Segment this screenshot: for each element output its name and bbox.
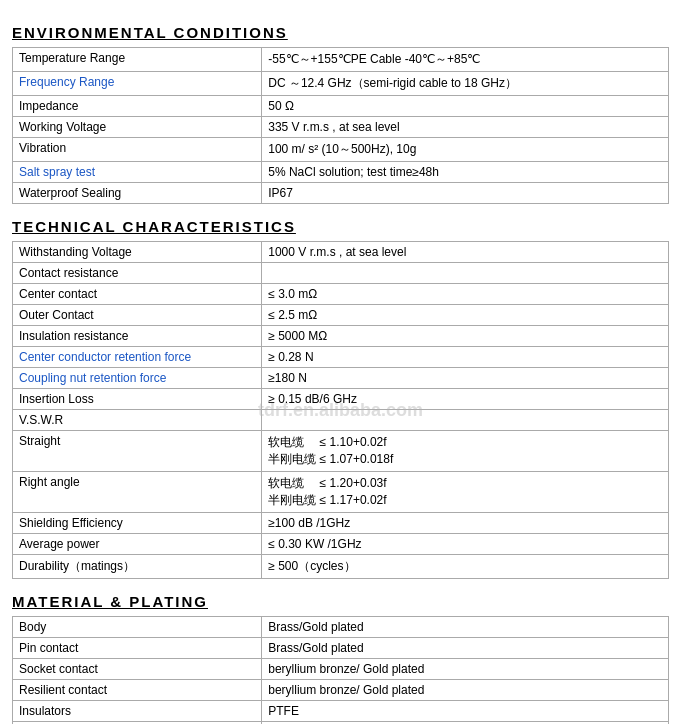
material-table: BodyBrass/Gold platedPin contactBrass/Go…	[12, 616, 669, 724]
row-label: Waterproof Sealing	[13, 183, 262, 204]
table-row: Frequency RangeDC ～12.4 GHz（semi-rigid c…	[13, 72, 669, 96]
row-label: Straight	[13, 431, 262, 472]
table-row: Resilient contactberyllium bronze/ Gold …	[13, 680, 669, 701]
tech-table: Withstanding Voltage1000 V r.m.s , at se…	[12, 241, 669, 579]
row-value: 5% NaCl solution; test time≥48h	[262, 162, 669, 183]
row-value: PTFE	[262, 701, 669, 722]
row-value: 1000 V r.m.s , at sea level	[262, 242, 669, 263]
row-label: Impedance	[13, 96, 262, 117]
row-value: 335 V r.m.s , at sea level	[262, 117, 669, 138]
row-value: ≥100 dB /1GHz	[262, 513, 669, 534]
row-label: Socket contact	[13, 659, 262, 680]
row-label: Contact resistance	[13, 263, 262, 284]
table-row: BodyBrass/Gold plated	[13, 617, 669, 638]
row-value: 100 m/ s² (10～500Hz), 10g	[262, 138, 669, 162]
env-table: Temperature Range-55℃～+155℃PE Cable -40℃…	[12, 47, 669, 204]
row-value: beryllium bronze/ Gold plated	[262, 659, 669, 680]
table-row: Average power≤ 0.30 KW /1GHz	[13, 534, 669, 555]
table-row: Temperature Range-55℃～+155℃PE Cable -40℃…	[13, 48, 669, 72]
row-value	[262, 263, 669, 284]
row-label: Working Voltage	[13, 117, 262, 138]
row-label: Durability（matings）	[13, 555, 262, 579]
table-row: Pin contactBrass/Gold plated	[13, 638, 669, 659]
row-value: ≥180 N	[262, 368, 669, 389]
row-label: Withstanding Voltage	[13, 242, 262, 263]
table-row: Socket contactberyllium bronze/ Gold pla…	[13, 659, 669, 680]
table-row: Shielding Efficiency≥100 dB /1GHz	[13, 513, 669, 534]
table-row: Coupling nut retention force≥180 N	[13, 368, 669, 389]
row-label: Coupling nut retention force	[13, 368, 262, 389]
row-label: Insulators	[13, 701, 262, 722]
row-value: Brass/Gold plated	[262, 617, 669, 638]
table-row: Withstanding Voltage1000 V r.m.s , at se…	[13, 242, 669, 263]
env-section-title: ENVIRONMENTAL CONDITIONS	[12, 24, 669, 41]
row-label: Frequency Range	[13, 72, 262, 96]
env-table-container: Temperature Range-55℃～+155℃PE Cable -40℃…	[12, 47, 669, 204]
row-label: Temperature Range	[13, 48, 262, 72]
table-row: Contact resistance	[13, 263, 669, 284]
row-value: IP67	[262, 183, 669, 204]
row-label: Vibration	[13, 138, 262, 162]
row-value: ≤ 3.0 mΩ	[262, 284, 669, 305]
tech-section-title: TECHNICAL CHARACTERISTICS	[12, 218, 669, 235]
row-label: Average power	[13, 534, 262, 555]
row-label: Body	[13, 617, 262, 638]
row-value: -55℃～+155℃PE Cable -40℃～+85℃	[262, 48, 669, 72]
table-row: Waterproof SealingIP67	[13, 183, 669, 204]
row-value: beryllium bronze/ Gold plated	[262, 680, 669, 701]
table-row: Working Voltage335 V r.m.s , at sea leve…	[13, 117, 669, 138]
row-label: Insertion Loss	[13, 389, 262, 410]
row-value: ≥ 500（cycles）	[262, 555, 669, 579]
table-row: InsulatorsPTFE	[13, 701, 669, 722]
row-label: Pin contact	[13, 638, 262, 659]
row-value	[262, 410, 669, 431]
tech-table-container: tdrf.en.alibaba.com Withstanding Voltage…	[12, 241, 669, 579]
row-label: Outer Contact	[13, 305, 262, 326]
row-label: Insulation resistance	[13, 326, 262, 347]
row-value: 软电缆 ≤ 1.20+0.03f半刚电缆 ≤ 1.17+0.02f	[262, 472, 669, 513]
row-label: V.S.W.R	[13, 410, 262, 431]
table-row: Right angle软电缆 ≤ 1.20+0.03f半刚电缆 ≤ 1.17+0…	[13, 472, 669, 513]
table-row: V.S.W.R	[13, 410, 669, 431]
table-row: Outer Contact≤ 2.5 mΩ	[13, 305, 669, 326]
material-section-title: MATERIAL & PLATING	[12, 593, 669, 610]
table-row: Center contact≤ 3.0 mΩ	[13, 284, 669, 305]
row-value: 50 Ω	[262, 96, 669, 117]
row-value: ≥ 0.28 N	[262, 347, 669, 368]
page-container: ENVIRONMENTAL CONDITIONS Temperature Ran…	[0, 0, 681, 724]
row-value: 软电缆 ≤ 1.10+0.02f半刚电缆 ≤ 1.07+0.018f	[262, 431, 669, 472]
table-row: Center conductor retention force≥ 0.28 N	[13, 347, 669, 368]
table-row: Salt spray test5% NaCl solution; test ti…	[13, 162, 669, 183]
row-value: Brass/Gold plated	[262, 638, 669, 659]
material-table-container: BodyBrass/Gold platedPin contactBrass/Go…	[12, 616, 669, 724]
table-row: Durability（matings）≥ 500（cycles）	[13, 555, 669, 579]
row-label: Shielding Efficiency	[13, 513, 262, 534]
row-value: ≥ 5000 MΩ	[262, 326, 669, 347]
row-label: Resilient contact	[13, 680, 262, 701]
row-value: ≥ 0.15 dB/6 GHz	[262, 389, 669, 410]
table-row: Insulation resistance≥ 5000 MΩ	[13, 326, 669, 347]
row-value: ≤ 2.5 mΩ	[262, 305, 669, 326]
table-row: Vibration100 m/ s² (10～500Hz), 10g	[13, 138, 669, 162]
table-row: Straight软电缆 ≤ 1.10+0.02f半刚电缆 ≤ 1.07+0.01…	[13, 431, 669, 472]
row-value: DC ～12.4 GHz（semi-rigid cable to 18 GHz）	[262, 72, 669, 96]
row-label: Salt spray test	[13, 162, 262, 183]
row-label: Center contact	[13, 284, 262, 305]
row-label: Center conductor retention force	[13, 347, 262, 368]
table-row: Impedance50 Ω	[13, 96, 669, 117]
row-label: Right angle	[13, 472, 262, 513]
row-value: ≤ 0.30 KW /1GHz	[262, 534, 669, 555]
table-row: Insertion Loss≥ 0.15 dB/6 GHz	[13, 389, 669, 410]
